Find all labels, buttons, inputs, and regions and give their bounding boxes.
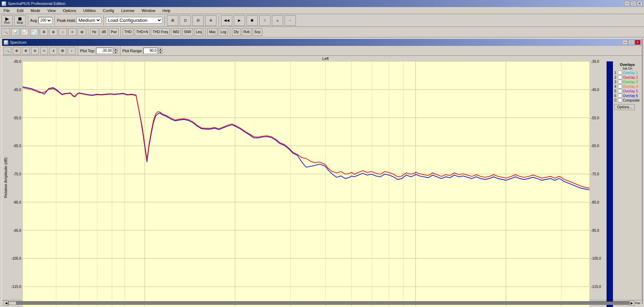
scrollbar-thumb[interactable]	[9, 302, 16, 305]
plot-top-up[interactable]: ▲	[114, 48, 118, 51]
icon-9: ⎒	[276, 18, 279, 22]
separator4	[165, 16, 165, 25]
pwr-button[interactable]: Pwr	[109, 28, 119, 36]
spectrum-minimize[interactable]: —	[622, 40, 628, 45]
close-button[interactable]: ✕	[637, 1, 643, 6]
peakhold-group: Peak Hold: MediumFastSlowOff	[57, 17, 101, 24]
spectrum-toolbar: 🔍 ⊕ ⊗ ⊖ ∿ ∧ ⊞ ↕ Plot Top: -35.00 ▲ ▼ Plo…	[2, 46, 642, 56]
icon-10: ⎓	[289, 18, 291, 22]
menu-help[interactable]: Help	[160, 8, 173, 13]
tb2-btn-5[interactable]: ⚙	[40, 28, 48, 36]
tb-btn-2[interactable]: ⊡	[180, 15, 191, 26]
overlay-num-1: 1	[614, 71, 617, 75]
overlay-check-3[interactable]	[618, 80, 622, 84]
log-button[interactable]: Log	[219, 28, 228, 36]
sp-btn-7[interactable]: ↕	[68, 47, 76, 55]
overlays-panel: Overlays Sat On 1 Overlay 1 2 Overlay 2 …	[613, 61, 642, 307]
maximize-button[interactable]: □	[631, 1, 636, 6]
icon-8: ⎍	[264, 18, 266, 22]
spectrum-icon: 📊	[4, 40, 8, 45]
plot-range-down[interactable]: ▼	[158, 51, 162, 54]
thd-button[interactable]: THD	[123, 28, 133, 36]
tb2-btn-8[interactable]: ≡	[68, 28, 77, 36]
spectrum-close[interactable]: ✕	[635, 40, 640, 45]
minimize-button[interactable]: —	[624, 1, 630, 6]
mac-button[interactable]: Mac	[207, 28, 217, 36]
overlay-check-1[interactable]	[618, 71, 622, 75]
thdn-button[interactable]: THD+N	[135, 28, 150, 36]
tb-btn-3[interactable]: ⊟	[192, 15, 204, 26]
dly-button[interactable]: Dly	[232, 28, 240, 36]
tb-btn-1[interactable]: ⊞	[167, 15, 178, 26]
overlay-check-5[interactable]	[618, 89, 622, 93]
tb-btn-5[interactable]: ◀◀	[221, 15, 232, 26]
separator3	[103, 16, 104, 25]
icon-tool4: 📉	[32, 30, 36, 34]
overlay-check-4[interactable]	[618, 84, 622, 89]
plot-top-down[interactable]: ▼	[114, 51, 118, 54]
pwr-label: Pwr	[634, 301, 641, 305]
tb2-btn-6[interactable]: ⊕	[49, 28, 58, 36]
tb-btn-9[interactable]: ⎒	[272, 15, 283, 26]
menu-edit[interactable]: Edit	[15, 8, 26, 13]
tb-btn-8[interactable]: ⎍	[259, 15, 270, 26]
icon-1: ⊞	[171, 18, 174, 22]
y-tick-6: -95.0	[13, 228, 21, 232]
sp-btn-1[interactable]: ⊕	[13, 47, 20, 55]
imd-button[interactable]: IMD	[171, 28, 181, 36]
stop-button[interactable]: ⏹ Stop	[14, 15, 26, 26]
scroll-right-btn[interactable]: ▶	[630, 301, 634, 306]
spectrum-title-bar: 📊 Spectrum — □ ✕	[2, 39, 642, 46]
sp-btn-6[interactable]: ⊞	[59, 47, 66, 55]
overlay-check-2[interactable]	[618, 75, 622, 79]
menu-options[interactable]: Options	[61, 8, 78, 13]
menu-view[interactable]: View	[45, 8, 58, 13]
scroll-left-btn[interactable]: ◀	[4, 301, 8, 306]
icon-2: ⊡	[184, 18, 187, 22]
tb2-btn-1[interactable]: 🔍	[1, 28, 10, 36]
tb2-btn-3[interactable]: 📈	[20, 28, 29, 36]
leq-button[interactable]: Leq	[194, 28, 204, 36]
run-button[interactable]: ▶ Run	[1, 15, 13, 26]
overlay-check-6[interactable]	[618, 94, 622, 98]
menu-window[interactable]: Window	[139, 8, 157, 13]
overlay-num-4: 4	[614, 85, 617, 89]
tb2-btn-2[interactable]: 📊	[11, 28, 19, 36]
menu-mode[interactable]: Mode	[29, 8, 43, 13]
menu-file[interactable]: File	[1, 8, 12, 13]
sp-btn-3[interactable]: ⊖	[31, 47, 39, 55]
config-dropdown[interactable]: Load Configuration	[106, 17, 162, 24]
tb-btn-7[interactable]: ⏹	[246, 15, 258, 26]
tb-btn-6[interactable]: ▶	[234, 15, 245, 26]
db-button[interactable]: dB	[100, 28, 108, 36]
scrollbar-track[interactable]	[8, 301, 630, 305]
plot-top-input[interactable]: -35.00	[96, 48, 113, 54]
peakhold-select[interactable]: MediumFastSlowOff	[77, 17, 101, 24]
sp-btn-5[interactable]: ∧	[49, 47, 57, 55]
scp-button[interactable]: Scp	[252, 28, 262, 36]
hz-button[interactable]: Hz	[90, 28, 99, 36]
options-button[interactable]: Options...	[614, 104, 635, 110]
spectrum-maximize[interactable]: □	[628, 40, 634, 45]
sp-icon-5: ∧	[52, 49, 55, 53]
composite-check[interactable]	[618, 98, 622, 102]
plot-range-up[interactable]: ▲	[158, 48, 162, 51]
snr-button[interactable]: SNR	[182, 28, 193, 36]
sp-btn-4[interactable]: ∿	[40, 47, 48, 55]
sp-zoom-in[interactable]: 🔍	[4, 47, 11, 55]
tb2-btn-9[interactable]: ⊞	[78, 28, 86, 36]
thdfreq-button[interactable]: THD Freq	[151, 28, 170, 36]
plot-range-input[interactable]: 90.0	[143, 48, 157, 54]
menu-license[interactable]: License	[119, 8, 137, 13]
menu-utilities[interactable]: Utilities	[81, 8, 98, 13]
rvb-button[interactable]: Rvb	[242, 28, 252, 36]
sp-btn-2[interactable]: ⊗	[22, 47, 30, 55]
menu-config[interactable]: Config	[101, 8, 116, 13]
overlay-label-2: Overlay 2	[623, 76, 638, 79]
tb-btn-10[interactable]: ⎓	[285, 15, 296, 26]
tb2-btn-4[interactable]: 📉	[30, 28, 38, 36]
tb2-btn-7[interactable]: ↕	[59, 28, 67, 36]
plot-top-label: Plot Top:	[80, 49, 95, 53]
tb-btn-4[interactable]: ⊛	[205, 15, 216, 26]
avg-select[interactable]: 2001005010	[38, 17, 52, 24]
